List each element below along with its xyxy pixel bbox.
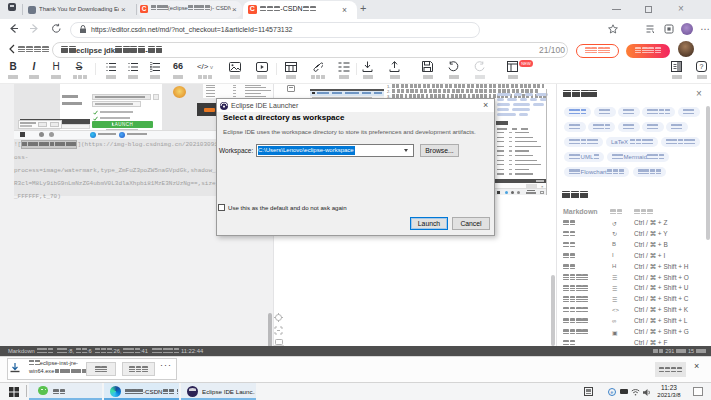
svg-text:?: ? (700, 63, 704, 70)
